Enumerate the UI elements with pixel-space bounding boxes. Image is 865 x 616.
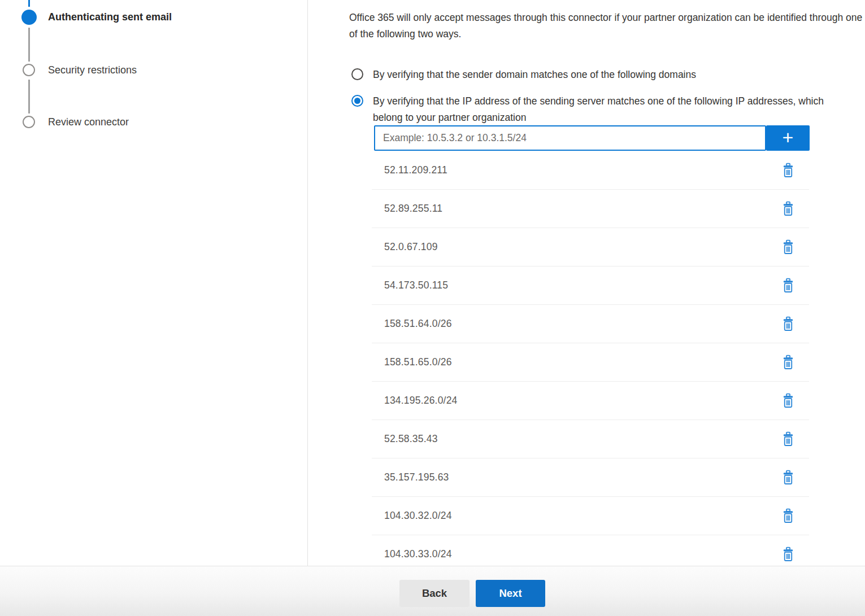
ip-row: 52.0.67.109 bbox=[372, 228, 809, 267]
trash-icon bbox=[782, 470, 794, 485]
ip-row: 35.157.195.63 bbox=[372, 458, 809, 497]
step-upcoming-dot bbox=[23, 116, 35, 128]
radio-option-label: By verifying that the IP address of the … bbox=[373, 93, 843, 125]
wizard-stepper-panel: Authenticating sent email Security restr… bbox=[0, 0, 308, 566]
ip-input-row: + bbox=[374, 125, 810, 151]
step-current-dot bbox=[21, 10, 37, 25]
plus-icon: + bbox=[783, 128, 794, 147]
delete-ip-button[interactable] bbox=[781, 393, 796, 409]
ip-address-text: 134.195.26.0/24 bbox=[384, 395, 458, 407]
delete-ip-button[interactable] bbox=[781, 355, 796, 370]
delete-ip-button[interactable] bbox=[781, 547, 796, 562]
stepper-connector-done bbox=[28, 0, 30, 7]
delete-ip-button[interactable] bbox=[781, 508, 796, 524]
trash-icon bbox=[782, 163, 794, 178]
trash-icon bbox=[782, 239, 794, 255]
ip-row: 104.30.32.0/24 bbox=[372, 497, 809, 535]
trash-icon bbox=[782, 278, 794, 293]
trash-icon bbox=[782, 316, 794, 331]
ip-address-text: 104.30.33.0/24 bbox=[384, 548, 452, 560]
wizard-content: Office 365 will only accept messages thr… bbox=[308, 0, 865, 566]
radio-option-sender-domain[interactable]: By verifying that the sender domain matc… bbox=[351, 67, 696, 83]
add-ip-button[interactable]: + bbox=[766, 125, 810, 151]
ip-row: 52.11.209.211 bbox=[372, 151, 809, 190]
ip-address-text: 52.11.209.211 bbox=[384, 164, 447, 176]
ip-address-text: 52.58.35.43 bbox=[384, 433, 438, 445]
wizard-footer: Back Next bbox=[0, 566, 865, 616]
ip-row: 52.58.35.43 bbox=[372, 420, 809, 458]
step-authenticating-sent-email[interactable]: Authenticating sent email bbox=[48, 11, 172, 23]
trash-icon bbox=[782, 547, 794, 562]
ip-address-text: 52.89.255.11 bbox=[384, 203, 442, 215]
ip-row: 52.89.255.11 bbox=[372, 190, 809, 228]
trash-icon bbox=[782, 355, 794, 370]
step-security-restrictions[interactable]: Security restrictions bbox=[48, 64, 137, 76]
ip-address-text: 158.51.64.0/26 bbox=[384, 318, 452, 330]
delete-ip-button[interactable] bbox=[781, 163, 796, 178]
ip-address-text: 104.30.32.0/24 bbox=[384, 510, 452, 522]
ip-row: 134.195.26.0/24 bbox=[372, 382, 809, 420]
trash-icon bbox=[782, 431, 794, 447]
trash-icon bbox=[782, 201, 794, 216]
delete-ip-button[interactable] bbox=[781, 239, 796, 255]
radio-option-ip-address[interactable]: By verifying that the IP address of the … bbox=[351, 93, 843, 125]
back-button[interactable]: Back bbox=[399, 580, 470, 607]
delete-ip-button[interactable] bbox=[781, 431, 796, 447]
step-review-connector[interactable]: Review connector bbox=[48, 116, 129, 128]
ip-row: 54.173.50.115 bbox=[372, 267, 809, 305]
delete-ip-button[interactable] bbox=[781, 470, 796, 486]
ip-address-text: 35.157.195.63 bbox=[384, 471, 449, 483]
ip-row: 158.51.64.0/26 bbox=[372, 305, 809, 343]
delete-ip-button[interactable] bbox=[781, 316, 796, 332]
next-button[interactable]: Next bbox=[476, 580, 545, 607]
ip-row: 158.51.65.0/26 bbox=[372, 343, 809, 382]
ip-list: 52.11.209.211 52.89.255.11 bbox=[372, 151, 809, 574]
ip-address-text: 52.0.67.109 bbox=[384, 241, 438, 253]
stepper-connector bbox=[28, 80, 30, 113]
intro-text: Office 365 will only accept messages thr… bbox=[349, 10, 863, 42]
ip-address-input[interactable] bbox=[374, 125, 766, 151]
radio-unselected-icon[interactable] bbox=[351, 68, 363, 80]
radio-option-label: By verifying that the sender domain matc… bbox=[373, 67, 696, 83]
delete-ip-button[interactable] bbox=[781, 278, 796, 294]
stepper-connector bbox=[28, 28, 30, 62]
ip-address-text: 158.51.65.0/26 bbox=[384, 356, 452, 368]
trash-icon bbox=[782, 393, 794, 408]
step-upcoming-dot bbox=[23, 64, 35, 76]
delete-ip-button[interactable] bbox=[781, 201, 796, 217]
ip-address-text: 54.173.50.115 bbox=[384, 279, 448, 291]
radio-selected-icon[interactable] bbox=[351, 95, 363, 107]
trash-icon bbox=[782, 508, 794, 523]
